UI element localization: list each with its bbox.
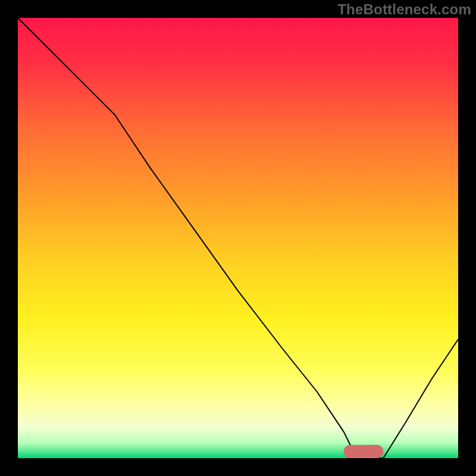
plot-area bbox=[18, 18, 458, 458]
chart-frame: TheBottleneck.com bbox=[0, 0, 476, 476]
chart-svg bbox=[18, 18, 458, 458]
optimal-range-marker bbox=[344, 445, 384, 458]
watermark-text: TheBottleneck.com bbox=[337, 1, 471, 18]
